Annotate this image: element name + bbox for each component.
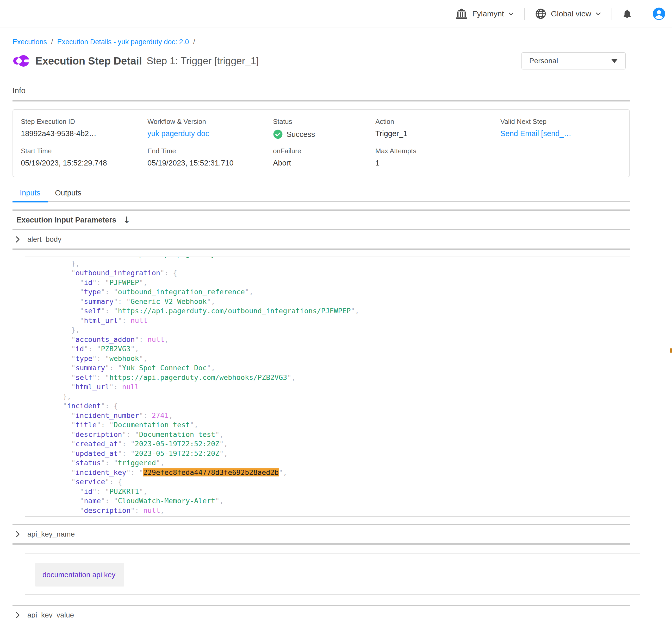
fylamynt-logo-icon: [12, 54, 30, 69]
globe-icon: [535, 8, 547, 20]
page-title: Execution Step Detail: [35, 55, 142, 67]
code-line: "id": "PJFWPEP",: [29, 278, 630, 288]
tab-inputs[interactable]: Inputs: [12, 189, 48, 201]
field-valid-next-step: Valid Next Step Send Email [send_…: [500, 118, 629, 139]
user-menu[interactable]: [652, 7, 666, 20]
json-code: "self": "https://api.pagerduty.com/servi…: [25, 256, 630, 517]
field-label: onFailure: [273, 147, 375, 155]
page-header: Execution Step Detail Step 1: Trigger [t…: [12, 52, 630, 70]
view-label: Global view: [551, 9, 591, 18]
code-line: "created_at": "2023-05-19T22:52:20Z",: [29, 439, 630, 449]
code-line: "incident_key": "229efec8feda44778d3fe69…: [29, 468, 630, 478]
success-check-icon: [273, 129, 283, 139]
page-subtitle: Step 1: Trigger [trigger_1]: [147, 56, 259, 67]
field-label: Valid Next Step: [500, 118, 629, 126]
divider: [12, 248, 630, 250]
view-switcher[interactable]: Global view: [535, 8, 602, 20]
field-step-execution-id: Step Execution ID 18992a43-9538-4b2…: [21, 118, 148, 139]
field-label: Start Time: [21, 147, 148, 155]
code-line: "name": "CloudWatch-Memory-Alert",: [29, 496, 630, 506]
code-line: "updated_at": "2023-05-19T22:52:20Z",: [29, 449, 630, 458]
code-line: "title": "Documentation test",: [29, 420, 630, 430]
api-key-name-text: documentation api key: [43, 571, 115, 579]
alert-body-json-viewer[interactable]: "self": "https://api.pagerduty.com/servi…: [25, 256, 630, 517]
code-line: },: [29, 259, 630, 269]
code-line: "description": "Documentation test",: [29, 430, 630, 439]
code-line: "html_url": null: [29, 316, 630, 325]
notifications-button[interactable]: [622, 8, 633, 19]
scrollbar-find-marker: [670, 348, 672, 352]
code-line: "status": "triggered",: [29, 458, 630, 468]
field-value: Trigger_1: [375, 129, 500, 138]
section-label: alert_body: [27, 235, 62, 243]
code-line: "created_at": "2023-05-19T22:52:20Z": [29, 515, 630, 517]
field-label: End Time: [148, 147, 273, 155]
code-line: "incident_number": 2741,: [29, 411, 630, 420]
field-end-time: End Time 05/19/2023, 15:52:31.710: [148, 147, 273, 167]
breadcrumb-execution-details[interactable]: Execution Details - yuk pagerduty doc: 2…: [57, 38, 189, 46]
topbar-divider: [611, 8, 612, 20]
code-line: "incident": {: [29, 401, 630, 411]
code-line: "self": "https://api.pagerduty.com/servi…: [29, 256, 630, 259]
code-line: "service": {: [29, 477, 630, 487]
download-arrow-icon[interactable]: ↓: [123, 215, 131, 225]
main-content: Executions / Execution Details - yuk pag…: [12, 38, 630, 618]
field-value: Abort: [273, 159, 375, 167]
field-start-time: Start Time 05/19/2023, 15:52:29.748: [21, 147, 148, 167]
breadcrumb-separator: /: [51, 38, 53, 46]
divider: [12, 543, 630, 545]
breadcrumb: Executions / Execution Details - yuk pag…: [12, 38, 630, 46]
field-empty: [500, 147, 629, 167]
caret-down-icon: [611, 59, 618, 63]
field-max-attempts: Max Attempts 1: [375, 147, 500, 167]
field-label: Max Attempts: [375, 147, 500, 155]
code-line: "summary": "Generic V2 Webhook",: [29, 297, 630, 307]
info-heading: Info: [12, 86, 630, 95]
field-label: Action: [375, 118, 500, 126]
breadcrumb-executions[interactable]: Executions: [12, 38, 47, 46]
tabs: Inputs Outputs: [12, 189, 630, 202]
scope-select[interactable]: Personal: [521, 52, 625, 70]
chevron-down-icon: [508, 10, 514, 17]
tab-outputs[interactable]: Outputs: [48, 189, 89, 201]
code-line: "id": "PUZKRT1",: [29, 487, 630, 497]
info-card: Step Execution ID 18992a43-9538-4b2… Wor…: [12, 109, 630, 177]
section-api-key-name[interactable]: api_key_name: [12, 525, 630, 543]
code-line: "self": "https://api.pagerduty.com/webho…: [29, 373, 630, 383]
divider: [12, 100, 630, 101]
code-line: "html_url": null: [29, 382, 630, 392]
bank-icon: [455, 8, 468, 20]
field-label: Workflow & Version: [148, 118, 273, 126]
code-line: "id": "PZB2VG3",: [29, 344, 630, 354]
code-line: },: [29, 325, 630, 335]
section-api-key-value[interactable]: api_key_value: [12, 606, 630, 618]
org-switcher[interactable]: Fylamynt: [455, 8, 514, 20]
section-alert-body[interactable]: alert_body: [12, 230, 630, 248]
chevron-right-icon: [15, 612, 20, 618]
bell-icon: [622, 8, 633, 19]
code-line: "description": null,: [29, 506, 630, 515]
code-line: "self": "https://api.pagerduty.com/outbo…: [29, 306, 630, 316]
code-line: "outbound_integration": {: [29, 268, 630, 278]
code-line: "summary": "Yuk Spot Connect Doc",: [29, 363, 630, 373]
api-key-name-card: documentation api key: [25, 553, 640, 595]
workflow-link[interactable]: yuk pagerduty doc: [148, 129, 273, 138]
topbar: Fylamynt Global view: [0, 0, 672, 28]
code-line: "type": "webhook",: [29, 354, 630, 364]
field-value: 1: [375, 159, 500, 167]
code-line: "type": "outbound_integration_reference"…: [29, 287, 630, 297]
code-line: "accounts_addon": null,: [29, 335, 630, 344]
section-label: api_key_value: [27, 611, 74, 618]
field-value: 18992a43-9538-4b2…: [21, 129, 148, 138]
chevron-right-icon: [15, 236, 20, 243]
topbar-divider: [524, 8, 525, 20]
field-value: 05/19/2023, 15:52:31.710: [148, 159, 273, 167]
user-avatar-icon: [652, 7, 666, 20]
field-action: Action Trigger_1: [375, 118, 500, 139]
params-header-label: Execution Input Parameters: [16, 216, 116, 224]
field-workflow-version: Workflow & Version yuk pagerduty doc: [148, 118, 273, 139]
api-key-name-chip: documentation api key: [35, 563, 124, 587]
field-onfailure: onFailure Abort: [273, 147, 375, 167]
field-value: 05/19/2023, 15:52:29.748: [21, 159, 148, 167]
next-step-link[interactable]: Send Email [send_…: [500, 129, 629, 138]
